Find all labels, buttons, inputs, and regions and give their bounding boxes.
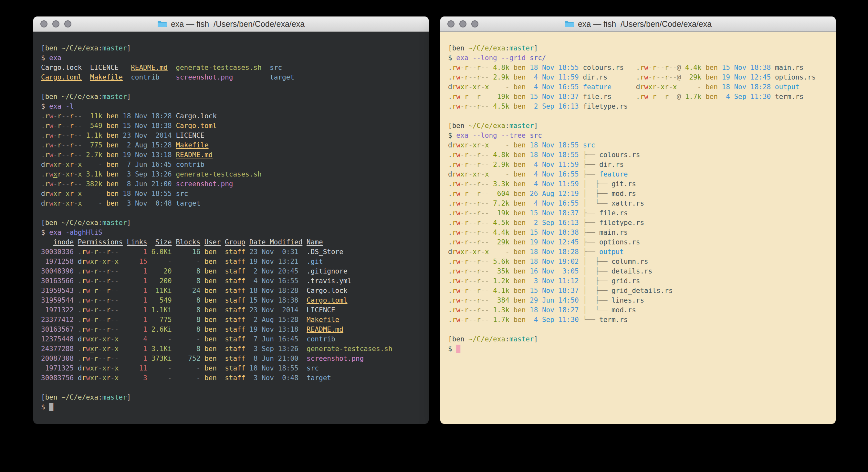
- text-segment: 1971322: [41, 306, 74, 314]
- permission-bit: -: [473, 267, 477, 275]
- text-segment: [119, 267, 127, 275]
- text-segment: [489, 170, 493, 178]
- text-segment: [489, 306, 493, 314]
- terminal-output[interactable]: [ben ~/C/e/exa:master]$ exa --long --gri…: [440, 32, 836, 424]
- text-segment: 4 Nov 11:59: [530, 161, 579, 169]
- terminal-line: 30083756 drwxr-xr-x 3 - - ben staff 3 No…: [41, 373, 424, 383]
- permission-bit: r: [452, 102, 457, 110]
- permission-bit: -: [460, 287, 465, 295]
- permission-bit: .: [78, 287, 82, 295]
- permission-bit: x: [90, 364, 94, 372]
- text-segment: [: [41, 93, 45, 100]
- permission-bit: w: [456, 64, 460, 71]
- text-segment: 35k: [493, 267, 509, 275]
- text-segment: [526, 190, 530, 198]
- text-segment: ben: [205, 364, 217, 372]
- terminal-line: 20087308 .rw-r--r-- 1 373Ki 752 ben staf…: [41, 354, 424, 363]
- minimize-button[interactable]: [52, 20, 59, 28]
- permission-bit: -: [468, 161, 473, 169]
- text-segment: ben: [205, 248, 217, 256]
- permission-bit: -: [673, 73, 677, 81]
- text-segment: [489, 64, 493, 71]
- text-segment: -: [493, 83, 509, 91]
- text-segment: ben: [45, 93, 58, 100]
- permission-bit: d: [78, 258, 82, 265]
- text-segment: [172, 248, 176, 256]
- zoom-button[interactable]: [471, 20, 478, 28]
- text-segment: $: [448, 345, 456, 353]
- terminal-line: drwxr-xr-x - ben 4 Nov 16:55 ├── feature: [448, 169, 831, 179]
- text-segment: [579, 229, 583, 236]
- text-segment: -: [86, 161, 102, 169]
- text-segment: ben: [205, 326, 217, 333]
- permission-bit: -: [102, 296, 106, 304]
- text-segment: [509, 306, 514, 314]
- permission-bit: r: [477, 219, 481, 227]
- permission-bit: -: [90, 306, 94, 314]
- text-segment: 3.3k: [493, 180, 509, 188]
- text-segment: [468, 131, 473, 139]
- permission-bit: x: [460, 170, 465, 178]
- text-segment: [526, 131, 530, 139]
- terminal-line: .rw-r--r-- 19k ben 15 Nov 18:37 ├── file…: [448, 208, 831, 218]
- left-titlebar[interactable]: exa — fish /Users/ben/Code/exa/exa: [33, 17, 429, 32]
- text-segment: [771, 64, 775, 71]
- zoom-button[interactable]: [64, 20, 71, 28]
- text-segment: $: [41, 102, 49, 110]
- text-segment: [102, 190, 106, 198]
- terminal-cursor: █: [49, 403, 53, 411]
- text-segment: [607, 73, 636, 81]
- text-segment: 2.9k: [493, 161, 509, 169]
- text-segment: [119, 326, 127, 333]
- permission-bit: w: [456, 277, 460, 285]
- text-segment: [82, 64, 90, 71]
- permission-bit: x: [485, 248, 489, 256]
- permission-bit: x: [661, 83, 665, 91]
- permission-bit: r: [452, 170, 457, 178]
- permission-bit: w: [456, 190, 460, 198]
- text-segment: [221, 238, 225, 246]
- text-segment: 18 Nov 18:55: [123, 190, 172, 198]
- text-segment: [172, 161, 176, 169]
- permission-bit: -: [460, 151, 465, 159]
- text-segment: grid.rs: [612, 277, 640, 285]
- terminal-output[interactable]: [ben ~/C/e/exa:master]$ exaCargo.lock LI…: [33, 32, 429, 424]
- text-segment: 4.8k: [493, 151, 509, 159]
- permission-bit: -: [473, 200, 477, 207]
- text-segment: file.rs: [583, 93, 612, 100]
- terminal-line: Cargo.lock LICENCE README.md generate-te…: [41, 63, 424, 72]
- text-segment: [526, 248, 530, 256]
- text-segment: 3.1Ki: [152, 345, 172, 353]
- text-segment: ~/C/e/exa: [61, 44, 98, 52]
- text-segment: 2 Aug 15:28: [249, 316, 299, 324]
- permission-bit: r: [45, 180, 50, 188]
- text-segment: 8 Jun 21:00: [249, 355, 299, 362]
- terminal-line: .rw-r--r-- 4.5k ben 2 Sep 16:13 ├── file…: [448, 218, 831, 228]
- text-segment: [119, 141, 123, 149]
- text-segment: [509, 287, 514, 295]
- permission-bit: -: [460, 180, 465, 188]
- text-segment: ben: [513, 238, 526, 246]
- permission-bit: w: [456, 287, 460, 295]
- close-button[interactable]: [447, 20, 455, 28]
- permission-bit: .: [448, 267, 452, 275]
- text-segment: 4.5k: [493, 102, 509, 110]
- permission-bit: r: [94, 267, 98, 275]
- text-segment: 18 Nov 18:27: [530, 306, 579, 314]
- right-titlebar[interactable]: exa — fish /Users/ben/Code/exa/exa: [440, 17, 836, 32]
- permission-bit: r: [477, 200, 481, 207]
- text-segment: [160, 73, 176, 81]
- text-segment: Makefile: [307, 316, 339, 324]
- permission-bit: r: [70, 190, 74, 198]
- permission-bit: -: [648, 73, 653, 81]
- close-button[interactable]: [40, 20, 48, 28]
- permission-bit: -: [115, 355, 119, 362]
- permission-bit: r: [465, 229, 469, 236]
- permission-bit: -: [53, 122, 58, 130]
- terminal-line: drwxr-xr-x - ben 3 Nov 0:48 target: [41, 199, 424, 208]
- minimize-button[interactable]: [459, 20, 466, 28]
- text-segment: staff: [225, 335, 245, 343]
- permission-bit: -: [656, 83, 661, 91]
- permission-bit: r: [70, 161, 74, 169]
- text-segment: [123, 238, 127, 246]
